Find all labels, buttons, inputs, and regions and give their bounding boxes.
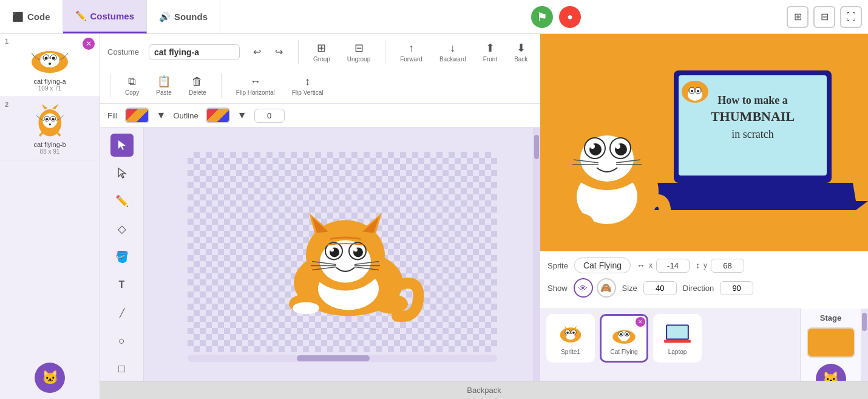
top-bar: ⬛ Code ✏️ Costumes 🔊 Sounds ⊞ ⊟ ⛶: [0, 0, 868, 34]
vertical-scrollbar[interactable]: [533, 128, 540, 386]
select-tool[interactable]: [110, 134, 134, 157]
canvas-wrapper[interactable]: [144, 128, 540, 386]
delete-btn[interactable]: 🗑 Delete: [184, 73, 211, 98]
show-field-label: Show: [548, 284, 568, 293]
fullscreen-btn[interactable]: ⛶: [840, 6, 862, 28]
show-eye-open-button[interactable]: 👁: [574, 278, 593, 298]
sprite-card-laptop[interactable]: Laptop: [653, 314, 702, 363]
sprite-card-catflying[interactable]: ✕ Cat Flying: [600, 314, 648, 363]
backward-label: Backward: [439, 56, 466, 63]
tab-code[interactable]: ⬛ Code: [0, 0, 63, 33]
circle-tool[interactable]: ○: [110, 329, 134, 352]
sprite-card-delete-catflying[interactable]: ✕: [636, 317, 645, 327]
sprite-field-label: Sprite: [548, 261, 568, 270]
back-btn[interactable]: ⬇ Back: [509, 39, 532, 65]
costume-delete-btn-1[interactable]: ✕: [83, 38, 95, 50]
stage-color-swatch[interactable]: [807, 327, 855, 358]
text-tool[interactable]: T: [110, 273, 134, 296]
fill-tool[interactable]: 🪣: [110, 245, 134, 268]
outline-dropdown-icon[interactable]: ▼: [237, 110, 247, 121]
costume-name-input[interactable]: [149, 44, 240, 60]
direction-field-label: Direction: [683, 284, 714, 293]
y-input[interactable]: [711, 259, 744, 273]
editor-area: Costume ↩ ↪ ⊞ Group ⊟ Ungroup ↑ Forward: [100, 34, 540, 399]
outline-color-swatch[interactable]: [206, 107, 230, 123]
svg-text:in scratch: in scratch: [731, 128, 773, 140]
canvas-bg[interactable]: [188, 152, 497, 352]
front-btn[interactable]: ⬆ Front: [478, 39, 502, 65]
sep-3: [110, 73, 110, 98]
eraser-tool[interactable]: ◇: [110, 217, 134, 240]
scroll-thumb: [534, 135, 539, 159]
sprite-info-row-1: Sprite Cat Flying ↔ x ↕ y: [548, 257, 861, 273]
flip-h-label: Flip Horizontal: [236, 89, 275, 96]
backward-btn[interactable]: ↓ Backward: [435, 39, 471, 65]
svg-point-15: [49, 123, 50, 125]
undo-button[interactable]: ↩: [247, 43, 266, 62]
svg-point-81: [566, 332, 569, 334]
flip-h-btn[interactable]: ↔ Flip Horizontal: [231, 73, 280, 98]
y-coord-group: ↕ y: [696, 259, 744, 273]
stage-section-label: Stage: [820, 313, 841, 322]
copy-btn[interactable]: ⧉ Copy: [120, 73, 144, 98]
group-btn[interactable]: ⊞ Group: [308, 39, 335, 65]
show-eye-closed-button[interactable]: 🙈: [597, 278, 616, 298]
brush-tool[interactable]: ✏️: [110, 189, 134, 213]
y-arrow-icon: ↕: [696, 261, 700, 270]
stage-preview[interactable]: How to make a THUMBNAIL in scratch: [540, 34, 868, 251]
green-flag-button[interactable]: [531, 6, 553, 28]
svg-point-13: [52, 118, 54, 120]
tab-costumes[interactable]: ✏️ Costumes: [63, 0, 147, 33]
fill-label: Fill: [107, 111, 118, 120]
x-arrow-icon: ↔: [637, 261, 645, 270]
forward-icon: ↑: [409, 42, 414, 55]
layout-btn-1[interactable]: ⊞: [787, 6, 809, 28]
backpack-label: Backpack: [467, 386, 501, 395]
laptop-card-svg: [662, 322, 693, 346]
sprite-card-name-laptop: Laptop: [668, 349, 687, 355]
paste-btn[interactable]: 📋 Paste: [151, 72, 177, 98]
back-icon: ⬇: [517, 41, 526, 55]
svg-point-25: [354, 248, 358, 251]
cat-svg-container: [251, 197, 433, 333]
paste-icon: 📋: [157, 75, 171, 88]
backward-icon: ↓: [450, 42, 455, 55]
tools-sidebar: ✏️ ◇ 🪣 T ╱ ○ □: [100, 128, 144, 386]
svg-point-76: [560, 213, 594, 232]
forward-btn[interactable]: ↑ Forward: [395, 39, 427, 65]
flip-v-btn[interactable]: ↕ Flip Vertical: [287, 73, 328, 98]
line-tool[interactable]: ╱: [110, 301, 134, 324]
stop-button[interactable]: [559, 6, 581, 28]
layout-btn-2[interactable]: ⊟: [813, 6, 835, 28]
fill-dropdown-icon[interactable]: ▼: [157, 110, 166, 121]
ungroup-btn[interactable]: ⊟ Ungroup: [342, 39, 375, 65]
x-label: x: [649, 261, 653, 270]
sounds-icon: 🔊: [159, 12, 171, 22]
copy-label: Copy: [125, 89, 139, 96]
paste-label: Paste: [156, 89, 172, 96]
tab-sounds-label: Sounds: [174, 12, 208, 22]
sep-2: [385, 40, 385, 64]
costume-item-1[interactable]: 1 ✕ cat flying-a 109 x 71: [0, 34, 100, 97]
flip-v-icon: ↕: [305, 75, 310, 88]
svg-point-35: [374, 294, 408, 313]
costume-name-2: cat flying-b: [33, 141, 66, 148]
redo-button[interactable]: ↪: [269, 43, 288, 62]
backpack-bar[interactable]: Backpack: [100, 381, 868, 399]
tab-sounds[interactable]: 🔊 Sounds: [147, 0, 220, 33]
fill-color-swatch[interactable]: [125, 107, 149, 123]
sprite-card-sprite1[interactable]: Sprite1: [546, 314, 595, 363]
add-costume-button[interactable]: 🐱: [35, 363, 65, 393]
size-input[interactable]: [643, 281, 677, 295]
direction-input[interactable]: [720, 281, 753, 295]
x-input[interactable]: [656, 259, 690, 273]
costume-item-2[interactable]: 2 cat fl: [0, 97, 100, 160]
sprite-name-box[interactable]: Cat Flying: [574, 257, 631, 273]
subselect-tool[interactable]: [110, 162, 134, 185]
rect-tool[interactable]: □: [110, 357, 134, 380]
sprite-card-name-1: Sprite1: [561, 349, 580, 355]
outline-value-input[interactable]: [254, 109, 285, 123]
show-buttons: 👁 🙈: [574, 278, 616, 298]
front-label: Front: [483, 56, 497, 63]
delete-icon: 🗑: [192, 75, 203, 88]
